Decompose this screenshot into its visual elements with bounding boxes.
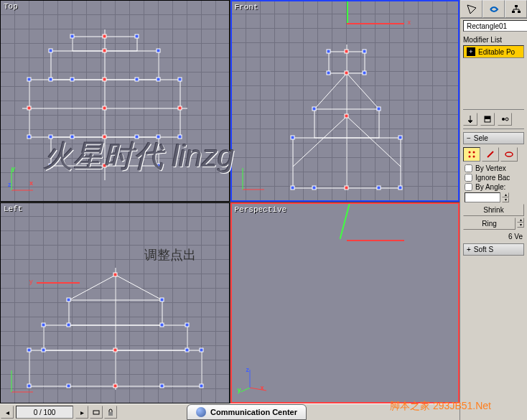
modifier-item-editable-poly[interactable]: + Editable Po [464,46,523,57]
svg-rect-9 [135,78,139,81]
svg-rect-65 [200,348,203,352]
subobject-level-icons [463,147,524,162]
svg-rect-19 [157,49,160,52]
svg-rect-14 [70,135,74,139]
ignore-backfacing-label: Ignore Bac [475,174,510,182]
svg-rect-29 [103,164,106,167]
svg-rect-27 [103,106,106,110]
viewport-label-perspective: Perspective [235,205,287,214]
modifier-name: Editable Po [478,48,515,56]
svg-rect-15 [135,135,139,139]
svg-rect-25 [103,49,106,52]
svg-rect-67 [200,384,203,388]
svg-rect-10 [157,78,160,81]
by-vertex-label: By Vertex [475,164,506,172]
svg-point-107 [469,156,471,158]
communication-center-bar[interactable]: Communication Center [187,404,307,420]
lock-icon[interactable] [104,406,117,419]
svg-rect-23 [157,164,160,167]
svg-rect-46 [312,186,316,190]
svg-point-108 [473,156,475,158]
svg-rect-31 [178,106,182,110]
by-vertex-checkbox[interactable] [465,164,472,172]
svg-rect-69 [160,323,164,327]
svg-rect-52 [345,114,348,118]
svg-rect-41 [377,107,381,111]
svg-point-104 [505,118,508,121]
svg-rect-72 [67,384,70,388]
svg-rect-16 [157,135,160,139]
viewport-label-left: Left [4,205,22,213]
svg-rect-45 [398,186,402,190]
svg-point-110 [505,152,513,157]
border-level-icon[interactable] [500,147,518,162]
svg-rect-18 [49,49,52,52]
svg-rect-73 [160,384,164,388]
communication-center-title: Communication Center [210,408,297,416]
wireframe-front [275,45,433,195]
timeline-next-icon[interactable]: ▸ [75,406,88,419]
expand-icon[interactable]: + [467,47,475,56]
stack-tools [463,109,524,129]
viewport-perspective[interactable]: Perspective [230,202,460,404]
svg-rect-61 [160,298,164,302]
soft-selection-rollout-header[interactable]: +Soft S [463,243,524,256]
axis-gizmo-top: x y z [8,165,37,194]
viewport-front[interactable]: Front [230,0,460,202]
svg-rect-44 [291,186,294,190]
key-mode-icon[interactable] [90,406,103,419]
shrink-button[interactable]: Shrink [463,204,524,216]
command-panel-tabs [460,0,527,19]
angle-spinner-input[interactable] [465,192,500,202]
ring-spinner[interactable]: ▴▾ [517,218,524,230]
svg-rect-42 [291,136,294,139]
show-result-icon[interactable] [480,113,495,126]
watermark-corner: 脚本之家 293JB51.Net [390,400,491,413]
svg-rect-71 [185,348,189,352]
globe-icon [196,407,206,417]
wireframe-top [22,29,209,187]
axis-gizmo-left [8,367,37,396]
command-panel: Modifier List + Editable Po −Sele By Ver… [460,0,527,420]
selection-rollout-header[interactable]: −Sele [463,132,524,144]
vertex-level-icon[interactable] [463,147,480,162]
svg-rect-20 [70,34,74,38]
svg-rect-60 [67,298,70,302]
ring-button[interactable]: Ring [463,218,516,230]
angle-spinner[interactable]: ▴▾ [502,192,509,202]
by-angle-checkbox[interactable] [465,183,472,191]
svg-rect-11 [178,78,182,81]
svg-rect-30 [27,106,31,110]
svg-rect-102 [485,116,490,119]
svg-rect-64 [27,348,31,352]
svg-rect-74 [113,273,117,276]
svg-rect-39 [363,50,366,53]
svg-rect-24 [103,34,106,38]
edge-level-icon[interactable] [482,147,499,162]
svg-rect-96 [518,11,521,13]
annotation-text: 调整点出 [144,246,196,263]
svg-rect-94 [515,5,518,7]
svg-rect-111 [93,411,99,414]
hierarchy-tab[interactable] [505,0,527,18]
modifier-stack[interactable]: + Editable Po [463,45,524,58]
svg-rect-63 [185,323,189,327]
by-angle-label: By Angle: [475,183,505,191]
svg-rect-51 [345,71,348,75]
svg-rect-70 [42,348,45,352]
svg-rect-43 [398,136,402,139]
svg-point-106 [473,151,475,154]
svg-rect-95 [512,11,515,13]
svg-rect-76 [113,384,117,388]
pin-stack-icon[interactable] [463,113,477,126]
object-name-field[interactable] [463,20,527,32]
make-unique-icon[interactable] [498,113,512,126]
viewport-top[interactable]: Top [0,0,230,202]
viewport-label-front: Front [235,3,258,11]
svg-rect-49 [363,71,366,75]
modify-tab[interactable] [482,0,505,18]
viewport-left[interactable]: Left 调整点出 [0,202,230,404]
ignore-backfacing-checkbox[interactable] [465,174,472,182]
create-tab[interactable] [460,0,482,18]
timeline-prev-icon[interactable]: ◂ [1,406,14,419]
